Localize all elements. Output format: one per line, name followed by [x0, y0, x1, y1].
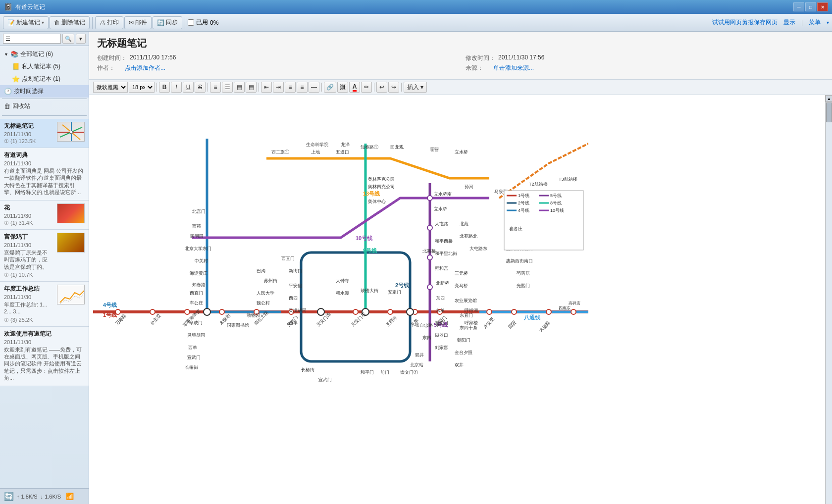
align-center-button[interactable]: ☰ [222, 82, 233, 93]
svg-text:和平门: 和平门 [361, 370, 374, 375]
author-value[interactable]: 点击添加作者... [125, 64, 165, 72]
temp-selected-item[interactable]: 🕐 按时间选择 [0, 85, 89, 98]
private-notes-item[interactable]: 📒 私人笔记本 (5) [0, 60, 89, 73]
display-label[interactable]: 显示 [783, 18, 795, 27]
link-button[interactable]: 🔗 [324, 82, 336, 93]
list-bullet-button[interactable]: ≡ [285, 82, 296, 93]
svg-text:10号线: 10号线 [550, 208, 564, 213]
note-item-6[interactable]: 欢迎使用有道笔记 2011/11/30 欢迎来到有道笔记 ——免费，可在桌面版、… [0, 327, 89, 386]
svg-text:2号线: 2号线 [395, 282, 409, 288]
note-4-date: 2011/11/30 [4, 242, 52, 248]
maximize-button[interactable]: □ [805, 2, 816, 11]
menu-dropdown[interactable]: ▾ [827, 20, 829, 25]
svg-text:魏公村: 魏公村 [257, 301, 270, 305]
expand-icon: ▼ [4, 52, 8, 57]
svg-point-34 [317, 308, 324, 315]
note-item-5[interactable]: 年度工作总结 2011/11/30 年度工作总结: 1... 2... 3...… [0, 282, 89, 327]
note-item-3[interactable]: 花 2011/11/30 ① (1) 31.4K [0, 201, 89, 230]
sync-button[interactable]: 🔄 同步 [153, 16, 182, 29]
new-note-icon: 📝 [7, 19, 15, 26]
note-item-2[interactable]: 有道词典 2011/11/30 有道桌面词典是 网易 公司开发的一款翻译软件,有… [0, 148, 89, 201]
bold-button[interactable]: B [159, 82, 170, 93]
app-icon: 📓 [4, 3, 12, 11]
starred-notes-item[interactable]: ⭐ 点划笔记本 (1) [0, 73, 89, 85]
svg-text:8号线: 8号线 [363, 248, 377, 253]
delete-label: 删除笔记 [61, 18, 85, 27]
highlight-button[interactable]: ✏ [361, 82, 372, 93]
svg-text:奥林四克公司: 奥林四克公司 [368, 184, 395, 189]
email-button[interactable]: ✉ 邮件 [124, 16, 152, 29]
undo-button[interactable]: ↩ [376, 82, 387, 93]
fmt-sep-1 [156, 83, 157, 92]
svg-text:和平里北街: 和平里北街 [435, 251, 457, 256]
svg-point-26 [512, 309, 517, 314]
note-title-display: 无标题笔记 [97, 37, 824, 50]
indent-more-button[interactable]: ⇥ [273, 82, 284, 93]
align-right-button[interactable]: ▤ [234, 82, 245, 93]
italic-button[interactable]: I [171, 82, 182, 93]
svg-text:崇文门: 崇文门 [435, 320, 448, 325]
toolbar-separator-1 [92, 17, 93, 29]
font-family-select[interactable]: 微软雅黑 [93, 82, 128, 93]
image-button[interactable]: 🖼 [337, 82, 348, 93]
note-4-thumb [57, 233, 85, 252]
svg-text:大屯路东: 大屯路东 [469, 246, 487, 251]
svg-text:动物园: 动物园 [247, 313, 260, 318]
note-content[interactable]: 4号线 1号线 10号线 13号线 8号线 2号线 5号线 八通线 机场专线 万… [89, 95, 825, 504]
scroll-thumb[interactable] [826, 102, 832, 122]
svg-text:双井: 双井 [415, 353, 424, 357]
note-2-title: 有道词典 [4, 151, 85, 159]
author-row: 作者： 点击添加作者... [97, 64, 456, 72]
svg-text:雍和宫: 雍和宫 [435, 266, 448, 271]
svg-text:北苑路北: 北苑路北 [460, 234, 477, 239]
used-checkbox[interactable] [188, 19, 194, 26]
note-3-thumb [57, 203, 85, 223]
svg-text:北新桥: 北新桥 [436, 281, 449, 286]
search-button[interactable]: 🔍 [62, 34, 74, 44]
private-notes-label: 私人笔记本 (5) [22, 62, 85, 71]
scroll-up-arrow[interactable]: ▲ [826, 95, 832, 102]
svg-text:国家图书馆: 国家图书馆 [227, 323, 249, 328]
note-item-1[interactable]: 无标题笔记 2011/11/30 ① (1) 123.5K [0, 119, 89, 148]
delete-note-button[interactable]: 🗑 删除笔记 [50, 16, 90, 29]
fmt-sep-3 [259, 83, 259, 92]
svg-text:13号线: 13号线 [363, 191, 380, 197]
svg-point-15 [150, 309, 155, 314]
note-3-date: 2011/11/30 [4, 213, 52, 219]
new-note-dropdown-icon[interactable]: ▾ [42, 20, 44, 25]
svg-text:8号线: 8号线 [550, 201, 562, 205]
recycle-item[interactable]: 🗑 回收站 [0, 100, 89, 112]
sync-icon: 🔄 [157, 19, 164, 26]
source-value[interactable]: 单击添加来源... [493, 64, 534, 72]
redo-button[interactable]: ↪ [388, 82, 399, 93]
svg-text:三元桥: 三元桥 [455, 271, 468, 276]
close-button[interactable]: ✕ [817, 2, 828, 11]
new-note-button[interactable]: 📝 新建笔记 ▾ [3, 16, 49, 29]
insert-button[interactable]: 插入 ▾ [404, 82, 427, 93]
filter-button[interactable]: ▾ [76, 34, 86, 44]
underline-button[interactable]: U [183, 82, 194, 93]
minimize-button[interactable]: ─ [793, 2, 804, 11]
search-input[interactable] [11, 36, 58, 42]
try-link[interactable]: 试试用网页剪报保存网页 [712, 18, 778, 27]
strikethrough-button[interactable]: S [195, 82, 206, 93]
text-color-button[interactable]: A [349, 82, 360, 93]
svg-text:巴沟: 巴沟 [257, 268, 265, 273]
all-notes-item[interactable]: ▼ 📚 全部笔记 (6) [0, 48, 89, 60]
menu-label[interactable]: 菜单 [809, 18, 821, 27]
svg-text:立水桥南: 立水桥南 [434, 192, 452, 197]
indent-less-button[interactable]: ⇤ [261, 82, 272, 93]
print-button[interactable]: 🖨 打印 [95, 16, 123, 29]
hr-button[interactable]: — [309, 82, 319, 93]
list-number-button[interactable]: ≡ [297, 82, 308, 93]
note-3-title: 花 [4, 203, 52, 212]
sync-status-icon: 🔄 [4, 492, 14, 501]
font-size-select[interactable]: 18 px [129, 82, 155, 93]
svg-text:车公庄: 车公庄 [190, 301, 203, 305]
private-icon: 📒 [12, 63, 20, 70]
svg-text:生命科学院: 生命科学院 [306, 142, 328, 147]
align-left-button[interactable]: ≡ [210, 82, 221, 93]
justify-button[interactable]: ▤ [246, 82, 257, 93]
created-label: 创建时间： [97, 54, 127, 62]
note-item-4[interactable]: 宫保鸡丁 2011/11/30 宫爆鸡丁原来是不叫宫爆鸡丁的，应该是宫保鸡丁的。… [0, 230, 89, 282]
